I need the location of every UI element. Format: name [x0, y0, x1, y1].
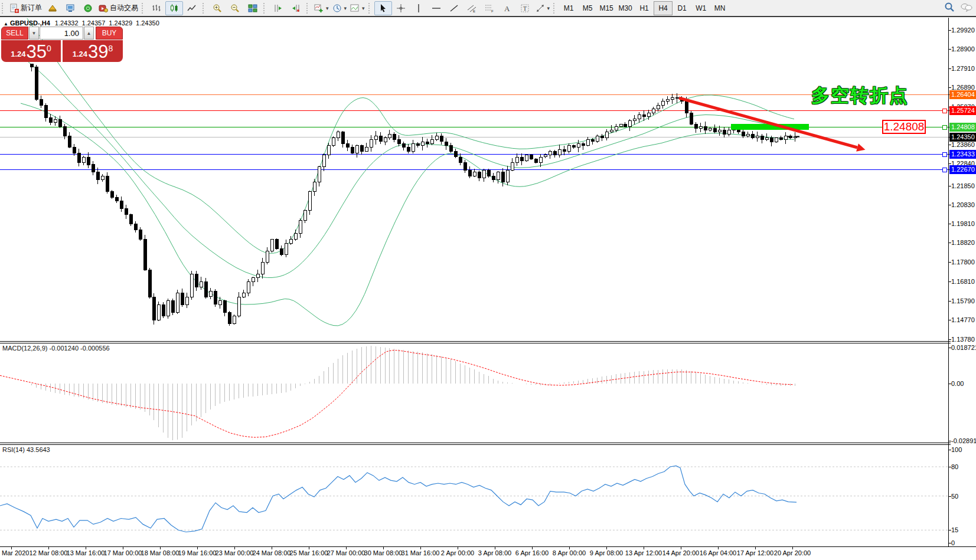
collapse-triangle-icon[interactable]: ▲: [4, 21, 8, 27]
toolbar-btn-hline[interactable]: [427, 1, 445, 15]
volume-increment-button[interactable]: ▲: [84, 27, 94, 40]
candle-body: [58, 120, 61, 126]
label-icon: T: [520, 4, 530, 13]
price-badge[interactable]: 1.25724: [949, 106, 976, 115]
toolbar-btn-zoom-out[interactable]: [226, 1, 244, 15]
toolbar-btn-crosshair[interactable]: [392, 1, 410, 15]
chevron-down-icon[interactable]: ▾: [344, 5, 347, 11]
candle-body: [775, 138, 778, 142]
vline-icon: [414, 4, 423, 13]
macd-axis-label: 0.00: [951, 380, 976, 387]
candle-body: [732, 128, 735, 130]
toolbar-btn-shift-end[interactable]: [269, 1, 287, 15]
sell-price-button[interactable]: 1.24 35 0: [1, 40, 61, 62]
toolbar-btn-M30[interactable]: M30: [616, 1, 635, 15]
candle-body: [171, 301, 174, 313]
candle-body: [313, 182, 316, 191]
buy-price-button[interactable]: 1.24 39 8: [63, 40, 123, 62]
candle-body: [148, 270, 151, 297]
price-badge[interactable]: 1.24350: [949, 133, 976, 142]
toolbar-btn-history[interactable]: [44, 1, 61, 15]
toolbar-grip[interactable]: [553, 3, 557, 14]
toolbar-btn-bars[interactable]: [148, 1, 165, 15]
candle-body: [77, 153, 80, 163]
toolbar-btn-tile-windows[interactable]: [244, 1, 262, 15]
line-drag-handle[interactable]: [942, 168, 946, 172]
toolbar-btn-H1[interactable]: H1: [635, 1, 654, 15]
rsi-axis-label: 0: [951, 539, 976, 546]
candle-body: [421, 142, 424, 146]
toolbar-grip[interactable]: [306, 3, 310, 14]
candle-body: [341, 132, 344, 144]
candles-layer: [30, 64, 797, 326]
toolbar-grip[interactable]: [368, 3, 372, 14]
candle-body: [40, 100, 43, 106]
bars-icon: [152, 4, 161, 13]
toolbar-btn-terminal[interactable]: [61, 1, 79, 15]
line-drag-handle[interactable]: [942, 125, 946, 129]
toolbar-btn-fibo[interactable]: F: [481, 1, 498, 15]
toolbar-btn-M15[interactable]: M15: [597, 1, 616, 15]
volume-decrement-button[interactable]: ▼: [29, 27, 39, 40]
line-drag-handle[interactable]: [942, 152, 946, 156]
price-badge[interactable]: 1.26404: [949, 90, 976, 99]
candle-body: [699, 126, 702, 128]
toolbar-btn-line-chart[interactable]: [183, 1, 201, 15]
toolbar-btn-cursor[interactable]: [374, 1, 392, 15]
toolbar-btn-period[interactable]: ▾: [331, 1, 349, 15]
toolbar-btn-autotrade[interactable]: 自动交易: [97, 1, 140, 15]
toolbar-grip[interactable]: [142, 3, 145, 14]
candle-body: [624, 125, 626, 126]
price-badge[interactable]: 1.22670: [949, 165, 976, 174]
candle-body: [261, 263, 264, 274]
toolbar-btn-template[interactable]: ▾: [348, 1, 367, 15]
chevron-down-icon[interactable]: ▾: [326, 5, 329, 11]
price-badge[interactable]: 1.23433: [949, 150, 976, 159]
toolbar-btn-auto-scroll[interactable]: [287, 1, 305, 15]
chevron-down-icon[interactable]: ▾: [547, 5, 550, 11]
toolbar-btn-MN[interactable]: MN: [710, 1, 729, 15]
thick-green-trendline[interactable]: [731, 124, 809, 130]
toolbar-btn-label[interactable]: T: [516, 1, 534, 15]
toolbar-btn-zoom-in[interactable]: [208, 1, 226, 15]
toolbar-btn-add-indicator[interactable]: ▾: [312, 1, 331, 15]
candle-body: [784, 136, 787, 140]
candle-body: [275, 240, 278, 249]
template-icon: [350, 4, 360, 13]
toolbar-btn-M5[interactable]: M5: [578, 1, 597, 15]
add-indicator-icon: [314, 4, 324, 13]
toolbar-btn-candles[interactable]: [165, 1, 183, 15]
price-callout-label[interactable]: 1.24808: [882, 120, 926, 134]
svg-text:A: A: [504, 4, 510, 13]
volume-input[interactable]: 1.00: [40, 27, 83, 40]
candle-body: [454, 151, 457, 157]
toolbar-btn-shapes[interactable]: ▾: [534, 1, 552, 15]
toolbar-btn-channel[interactable]: E: [463, 1, 481, 15]
toolbar-grip[interactable]: [203, 3, 206, 14]
toolbar-btn-H4[interactable]: H4: [654, 1, 673, 15]
rsi-line: [0, 466, 797, 532]
search-icon[interactable]: [944, 2, 955, 15]
sell-button[interactable]: SELL: [1, 27, 28, 40]
chevron-down-icon[interactable]: ▾: [362, 5, 365, 11]
candle-body: [242, 293, 245, 297]
price-tick-label: 1.14770: [951, 316, 976, 323]
toolbar-btn-radar[interactable]: [79, 1, 97, 15]
toolbar-btn-trendline[interactable]: [445, 1, 463, 15]
toolbar-btn-D1[interactable]: D1: [673, 1, 691, 15]
toolbar-btn-vline[interactable]: [410, 1, 427, 15]
macd-signal-line: [0, 351, 794, 438]
toolbar-btn-text[interactable]: A: [498, 1, 516, 15]
toolbar-btn-M1[interactable]: M1: [559, 1, 578, 15]
candle-body: [289, 240, 292, 244]
mt5-terminal-window: 新订单自动交易▾▾▾EFAT▾M1M5M15M30H1H4D1W1MN ▲GBP…: [0, 0, 976, 560]
line-drag-handle[interactable]: [942, 109, 946, 113]
chat-icon[interactable]: [961, 2, 972, 14]
buy-button[interactable]: BUY: [96, 27, 123, 40]
toolbar-btn-W1[interactable]: W1: [691, 1, 710, 15]
price-badge[interactable]: 1.24808: [949, 123, 976, 132]
toolbar-btn-new-order[interactable]: 新订单: [8, 1, 44, 15]
toolbar-grip[interactable]: [2, 3, 5, 14]
toolbar-grip[interactable]: [263, 3, 267, 14]
annotation-text[interactable]: 多空转折点: [811, 83, 909, 108]
